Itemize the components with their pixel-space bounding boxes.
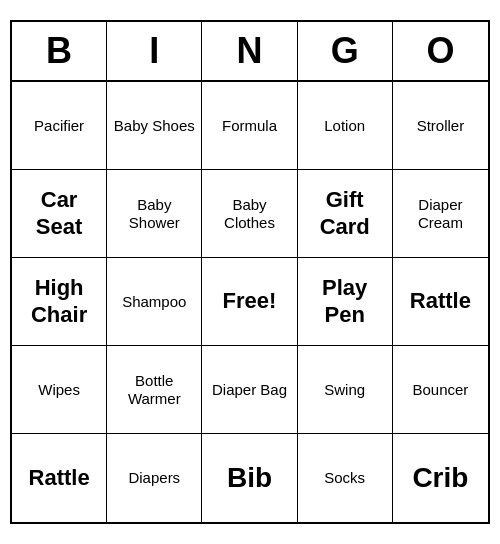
bingo-cell-13: Play Pen	[298, 258, 393, 346]
bingo-cell-24: Crib	[393, 434, 488, 522]
bingo-cell-6: Baby Shower	[107, 170, 202, 258]
bingo-cell-9: Diaper Cream	[393, 170, 488, 258]
bingo-cell-3: Lotion	[298, 82, 393, 170]
bingo-cell-5: Car Seat	[12, 170, 107, 258]
bingo-cell-19: Bouncer	[393, 346, 488, 434]
bingo-cell-22: Bib	[202, 434, 297, 522]
bingo-cell-0: Pacifier	[12, 82, 107, 170]
bingo-cell-10: High Chair	[12, 258, 107, 346]
bingo-cell-8: Gift Card	[298, 170, 393, 258]
bingo-cell-17: Diaper Bag	[202, 346, 297, 434]
bingo-cell-4: Stroller	[393, 82, 488, 170]
bingo-cell-16: Bottle Warmer	[107, 346, 202, 434]
header-letter-n: N	[202, 22, 297, 80]
bingo-cell-2: Formula	[202, 82, 297, 170]
bingo-cell-14: Rattle	[393, 258, 488, 346]
bingo-cell-23: Socks	[298, 434, 393, 522]
bingo-cell-15: Wipes	[12, 346, 107, 434]
bingo-cell-20: Rattle	[12, 434, 107, 522]
bingo-cell-21: Diapers	[107, 434, 202, 522]
bingo-grid: PacifierBaby ShoesFormulaLotionStrollerC…	[12, 82, 488, 522]
header-letter-b: B	[12, 22, 107, 80]
header-letter-i: I	[107, 22, 202, 80]
bingo-card: BINGO PacifierBaby ShoesFormulaLotionStr…	[10, 20, 490, 524]
bingo-cell-1: Baby Shoes	[107, 82, 202, 170]
bingo-cell-12: Free!	[202, 258, 297, 346]
bingo-cell-7: Baby Clothes	[202, 170, 297, 258]
header-letter-g: G	[298, 22, 393, 80]
bingo-cell-18: Swing	[298, 346, 393, 434]
header-letter-o: O	[393, 22, 488, 80]
bingo-header: BINGO	[12, 22, 488, 82]
bingo-cell-11: Shampoo	[107, 258, 202, 346]
